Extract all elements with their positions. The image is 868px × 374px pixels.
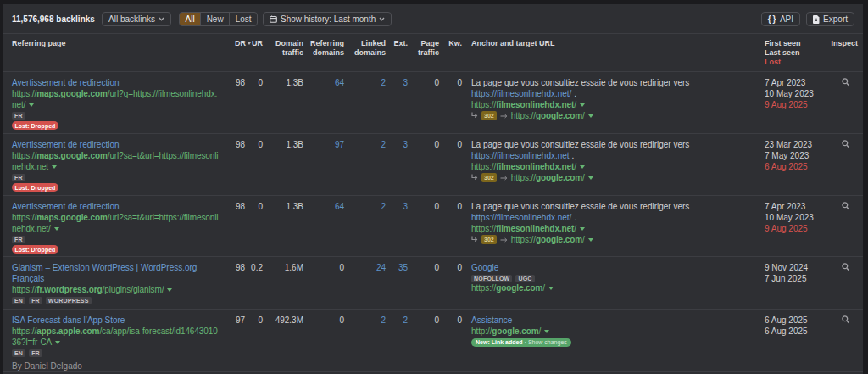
lost-date: 9 Aug 2025 [765,99,815,110]
referring-domains-value[interactable]: 64 [303,196,344,256]
backlinks-filter-dropdown[interactable]: All backlinks [102,12,171,26]
calendar-icon [270,15,277,23]
redirect-target-url[interactable]: https://google.com/ [511,234,593,245]
referring-url[interactable]: https://maps.google.com/url?sa=t&url=htt… [12,150,219,172]
arrow-right-icon [500,114,508,119]
col-referring-page[interactable]: Referring page [3,34,222,71]
anchor-link[interactable]: https://filmesonlinehdx.net/ [471,89,571,98]
col-ur[interactable]: UR [245,34,263,71]
col-kw[interactable]: Kw. [439,34,462,71]
backlinks-report-panel: 11,576,968 backlinks All backlinks All N… [3,4,863,374]
rel-badge: NOFOLLOW [471,275,512,282]
col-domain-traffic[interactable]: Domain traffic [263,34,303,71]
inspect-magnifier-icon[interactable] [842,140,849,148]
url-options-caret-icon[interactable] [55,341,60,344]
url-options-caret-icon[interactable] [54,227,59,231]
last-seen-date: 7 Jun 2025 [765,273,815,284]
last-seen-date: 10 May 2023 [765,88,815,99]
anchor-link[interactable]: Google [471,263,498,272]
segment-all[interactable]: All [180,13,200,25]
col-anchor-target-url[interactable]: Anchor and target URL [462,34,758,71]
lost-dropped-pill: Lost: Dropped [12,245,58,254]
linked-domains-value[interactable]: 24 [344,257,386,309]
url-options-caret-icon[interactable] [548,287,554,290]
referring-domains-value[interactable]: 97 [303,134,344,195]
linked-domains-value[interactable]: 2 [344,196,386,256]
target-url[interactable]: https://filmesonlinehdx.net/ [471,223,758,234]
ext-value[interactable]: 3 [386,72,408,133]
url-options-caret-icon[interactable] [588,114,593,118]
url-options-caret-icon[interactable] [580,103,585,107]
url-options-caret-icon[interactable] [29,103,34,107]
api-button[interactable]: { } API [761,12,800,26]
redirect-hook-icon [471,236,478,243]
segment-new[interactable]: New [200,13,229,25]
url-options-caret-icon[interactable] [544,330,549,333]
inspect-cell [815,257,863,309]
col-linked-domains[interactable]: Linked domains [344,34,386,71]
ext-value[interactable]: 35 [386,257,408,309]
target-url[interactable]: https://filmesonlinehdx.net/ [471,99,758,110]
anchor-link[interactable]: https://filmesonlinehdx.net [471,151,570,160]
segment-lost[interactable]: Lost [229,13,257,25]
referring-page-link[interactable]: Avertissement de redirection [12,202,120,211]
referring-page-link[interactable]: ISA Forecast dans l’App Store [12,315,125,325]
redirect-target-url[interactable]: https://google.com/ [511,172,593,183]
inspect-magnifier-icon[interactable] [842,263,849,271]
language-badge: FR [12,112,25,120]
table-row: Avertissement de redirection https://map… [3,134,863,196]
referring-url[interactable]: https://maps.google.com/url?sa=t&url=htt… [12,212,219,234]
backlinks-count: 11,576,968 backlinks [12,14,95,24]
ext-value[interactable]: 2 [386,310,408,372]
referring-page-link[interactable]: Avertissement de redirection [12,140,120,149]
anchor-link[interactable]: https://filmesonlinehdx.net/ [471,213,571,222]
redirect-target-url[interactable]: https://google.com/ [511,110,593,121]
col-ext[interactable]: Ext. [386,34,408,71]
referring-url[interactable]: https://maps.google.com/url?q=https://fi… [12,88,219,110]
referring-page-link[interactable]: Gianism – Extension WordPress | WordPres… [12,263,197,283]
url-options-caret-icon[interactable] [580,165,585,169]
show-history-dropdown[interactable]: Show history: Last month [263,12,392,26]
redirect-chain: 302https://google.com/ [471,172,758,183]
col-referring-domains[interactable]: Referring domains [303,34,344,71]
url-options-caret-icon[interactable] [588,238,593,242]
export-button[interactable]: Export [806,12,854,26]
url-options-caret-icon[interactable] [588,176,593,180]
ext-value[interactable]: 3 [386,196,408,256]
referring-page-link[interactable]: Avertissement de redirection [12,78,120,87]
referring-domains-value[interactable]: 64 [303,72,344,133]
target-url[interactable]: http://google.com/ [471,326,758,337]
status-segmented-control: All New Lost [179,12,258,26]
referring-url[interactable]: https://fr.wordpress.org/plugins/gianism… [12,284,219,295]
dates-cell: 6 Aug 20256 Aug 2025 [758,310,815,372]
col-inspect: Inspect [815,34,863,71]
toolbar: 11,576,968 backlinks All backlinks All N… [3,4,863,34]
dates-cell: 9 Nov 20247 Jun 2025 [758,257,815,309]
url-options-caret-icon[interactable] [167,288,172,292]
author-byline: By Daniel Delgado [12,360,219,371]
inspect-magnifier-icon[interactable] [842,78,849,87]
linked-domains-value[interactable]: 2 [344,310,386,372]
domain-traffic-value: 1.3B [263,134,303,195]
ext-value[interactable]: 3 [386,134,408,195]
col-dates[interactable]: First seen Last seen Lost [758,34,815,71]
col-page-traffic[interactable]: Page traffic [408,34,439,71]
inspect-magnifier-icon[interactable] [842,202,849,210]
target-url[interactable]: https://google.com/ [471,282,758,293]
linked-domains-value[interactable]: 2 [344,134,386,195]
ur-value: 0 [245,196,263,256]
show-changes-link[interactable]: Show changes [528,339,567,345]
lost-date: 9 Aug 2025 [765,223,815,234]
col-dr[interactable]: DR [222,34,245,71]
referring-url[interactable]: https://apps.apple.com/ca/app/isa-foreca… [12,326,219,348]
domain-traffic-value: 1.3B [263,196,303,256]
inspect-cell [815,134,863,195]
language-badge: EN [12,297,25,304]
anchor-link[interactable]: Assistance [471,315,512,325]
linked-domains-value[interactable]: 2 [344,72,386,133]
url-options-caret-icon[interactable] [580,227,585,231]
target-url[interactable]: https://filmesonlinehdx.net/ [471,161,758,172]
domain-traffic-value: 492.3M [263,310,303,372]
url-options-caret-icon[interactable] [52,165,57,169]
inspect-magnifier-icon[interactable] [842,315,849,324]
